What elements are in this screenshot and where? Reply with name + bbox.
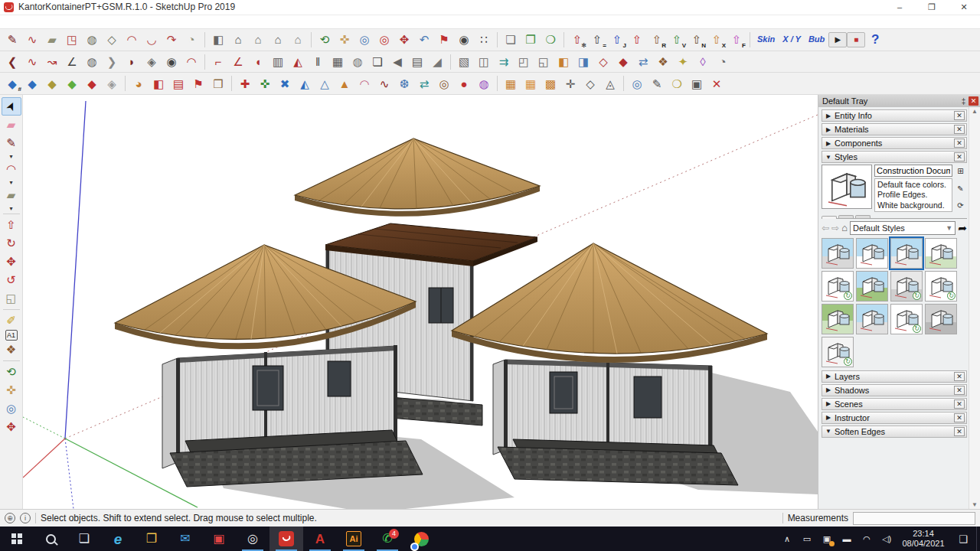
tablet-mode-icon[interactable]: ▭ <box>797 527 817 551</box>
action-center-button[interactable]: ❑ <box>950 527 976 551</box>
style-thumbnail[interactable]: ↻ <box>822 271 854 302</box>
arc-tool-dropdown[interactable]: ▾ <box>2 178 21 186</box>
maximize-button[interactable]: ❐ <box>916 0 948 15</box>
tab-mix[interactable] <box>855 215 871 218</box>
ext-up-n-icon[interactable]: ⇧N <box>687 31 707 49</box>
ext-up-plain-icon[interactable]: ⇧ <box>627 31 647 49</box>
layer-green-icon[interactable]: ◆ <box>62 74 82 93</box>
pair-arrows-icon[interactable]: ⇄ <box>633 53 653 71</box>
style-thumbnail[interactable] <box>925 238 957 269</box>
style-name-input[interactable] <box>874 165 952 177</box>
barrel-tool-icon[interactable]: ◎ <box>434 74 454 93</box>
style-thumbnail[interactable]: ↻ <box>890 271 923 302</box>
disc-olive-icon[interactable]: ❍ <box>667 74 687 93</box>
hatch-tool-icon[interactable]: ▧ <box>454 53 474 71</box>
gift-app-icon[interactable]: ▣ <box>202 527 236 551</box>
style-thumbnail[interactable]: ↻ <box>822 337 854 367</box>
crescent-tool-icon[interactable]: ◖ <box>248 53 268 71</box>
play-button[interactable]: ▶ <box>828 32 847 47</box>
cluster-tool-icon[interactable]: ❖ <box>653 53 673 71</box>
pan-tool[interactable]: ✜ <box>2 381 21 399</box>
pin-icon[interactable]: ‡ <box>959 97 969 106</box>
panel-tool-icon[interactable]: ❏ <box>368 53 387 71</box>
cut-blue-icon[interactable]: ✖ <box>275 74 295 93</box>
round-stack-icon[interactable]: ◍ <box>348 53 368 71</box>
corner-line-icon[interactable]: ⌐ <box>208 53 228 71</box>
section-close-button[interactable]: ✕ <box>954 152 965 161</box>
illustrator-icon[interactable]: Ai <box>337 527 371 551</box>
edit-style-button[interactable]: ✎ <box>955 183 966 194</box>
record-button[interactable]: ■ <box>847 32 865 47</box>
cone-mesh-icon[interactable]: ◭ <box>288 53 308 71</box>
mail-icon[interactable]: ✉ <box>168 527 202 551</box>
close-button[interactable]: ✕ <box>948 0 980 15</box>
tray-header[interactable]: Default Tray ‡ ✕ <box>818 95 980 107</box>
expand-arrow-icon[interactable]: ▶ <box>822 373 835 380</box>
xy-button[interactable]: X / Y <box>779 31 805 49</box>
scroll-down-icon[interactable]: ▼ <box>972 501 978 508</box>
smoove-icon[interactable]: ❍ <box>541 31 560 49</box>
expand-arrow-icon[interactable]: ▶ <box>822 400 835 407</box>
style-thumbnail-selected[interactable] <box>890 238 923 269</box>
search-button[interactable] <box>34 527 67 551</box>
forward-arrow-icon[interactable]: ⇨ <box>831 223 839 233</box>
refresh-style-button[interactable]: ⟳ <box>955 200 966 211</box>
zoom-window-icon[interactable]: ◎ <box>374 31 394 49</box>
section-close-button[interactable]: ✕ <box>954 399 965 409</box>
section-soften-edges[interactable]: ▼ Soften Edges ✕ <box>822 425 967 438</box>
tab-select[interactable] <box>822 216 837 219</box>
scale-corner-icon[interactable]: ◱ <box>534 53 554 71</box>
layer-olive-icon[interactable]: ◆ <box>42 74 62 93</box>
close-red-icon[interactable]: ✕ <box>707 74 727 93</box>
scroll-up-icon[interactable]: ▲ <box>972 108 978 115</box>
position-camera-icon[interactable]: ⚑ <box>434 31 454 49</box>
layer-grid-icon[interactable]: ◈ <box>102 74 122 93</box>
swap-tool-icon[interactable]: ⇄ <box>414 74 434 93</box>
autocad-icon[interactable]: A <box>303 527 337 551</box>
line-tool-icon[interactable]: ✎ <box>2 31 22 49</box>
expand-arrow-icon[interactable]: ▶ <box>822 112 835 119</box>
wedge-tool-icon[interactable]: ◀ <box>387 53 407 71</box>
fence-tool-icon[interactable]: ▥ <box>268 53 288 71</box>
polygon-tool-icon[interactable]: ◇ <box>102 31 122 49</box>
pie-tool-icon[interactable]: ◔ <box>181 31 201 49</box>
section-shadows[interactable]: ▶ Shadows ✕ <box>822 384 967 396</box>
style-thumbnail[interactable] <box>856 238 888 269</box>
cross-gray-icon[interactable]: ✛ <box>560 74 580 93</box>
add-green-icon[interactable]: ✜ <box>255 74 275 93</box>
move-tool[interactable]: ✥ <box>2 253 21 271</box>
angle-bisect-icon[interactable]: ∠ <box>228 53 248 71</box>
section-close-button[interactable]: ✕ <box>954 372 965 381</box>
dot-red-icon[interactable]: ● <box>454 74 474 93</box>
arc-tool[interactable]: ◠ <box>2 160 21 178</box>
style-thumbnail[interactable]: ↻ <box>890 304 923 334</box>
swirl-material-icon[interactable]: ◕ <box>129 74 149 93</box>
zoom-extents-tool[interactable]: ✥ <box>2 418 21 436</box>
freehand-tool-icon[interactable]: ∿ <box>22 31 42 49</box>
section-close-button[interactable]: ✕ <box>954 111 965 120</box>
expand-arrow-icon[interactable]: ▶ <box>822 140 835 147</box>
walk-icon[interactable]: ∷ <box>474 31 494 49</box>
two-point-arc-icon[interactable]: ◡ <box>142 31 162 49</box>
look-around-icon[interactable]: ◉ <box>454 31 474 49</box>
styles-collection-dropdown[interactable]: Default Styles ▼ <box>850 221 956 235</box>
ext-up-gear-icon[interactable]: ⇧✻ <box>567 31 587 49</box>
rectangle-tool-dropdown[interactable]: ▾ <box>2 204 21 212</box>
rectangle-tool-icon[interactable]: ▰ <box>42 31 62 49</box>
tray-close-button[interactable]: ✕ <box>969 96 978 106</box>
bub-button[interactable]: Bub <box>805 31 828 49</box>
louver-tool-icon[interactable]: ▤ <box>407 53 427 71</box>
section-scenes[interactable]: ▶ Scenes ✕ <box>822 398 967 410</box>
start-button[interactable] <box>0 527 34 551</box>
task-view-button[interactable]: ❏ <box>67 527 101 551</box>
follow-me-tool[interactable]: ↻ <box>2 234 21 253</box>
sandbox-scratch-icon[interactable]: ❐ <box>521 31 541 49</box>
quad-corner-icon[interactable]: ◰ <box>514 53 534 71</box>
twin-panel-icon[interactable]: ◫ <box>474 53 494 71</box>
lens-app-icon[interactable]: ◎ <box>236 527 270 551</box>
three-point-arc-icon[interactable]: ↷ <box>162 31 181 49</box>
diamond-outline-icon[interactable]: ◇ <box>593 53 613 71</box>
bezier-curve-icon[interactable]: ∿ <box>22 53 42 71</box>
section-close-button[interactable]: ✕ <box>954 413 965 422</box>
star-vertex-icon[interactable]: ✦ <box>673 53 693 71</box>
